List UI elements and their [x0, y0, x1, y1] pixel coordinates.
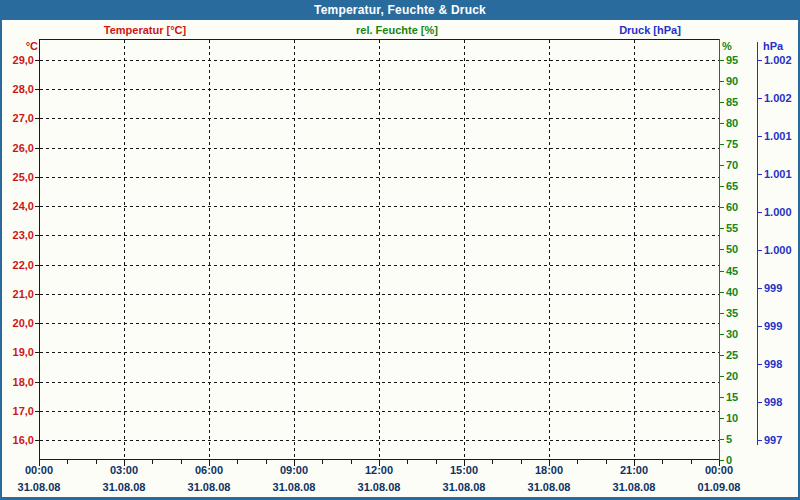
v-gridline	[634, 40, 635, 459]
pressure-axis-unit: hPa	[763, 40, 783, 52]
pressure-axis-tick-label: 1.002	[764, 54, 792, 66]
humidity-axis-tick-label: 95	[726, 54, 738, 66]
legend-humidity: rel. Feuchte [%]	[356, 24, 438, 36]
temp-axis-tick	[35, 440, 39, 441]
temp-axis-tick	[35, 382, 39, 383]
time-tick-label: 18:00	[519, 464, 579, 476]
date-label: 31.08.08	[602, 481, 666, 493]
humidity-axis-tick-label: 55	[726, 222, 738, 234]
pressure-axis-tick-label: 997	[764, 434, 782, 446]
pressure-axis-tick	[758, 60, 762, 61]
time-tick-label: 12:00	[349, 464, 409, 476]
window-title-bar: Temperatur, Feuchte & Druck	[0, 0, 800, 20]
temp-axis-tick-label: 26,0	[4, 142, 34, 154]
temp-axis-tick	[35, 352, 39, 353]
temp-axis-tick-label: 29,0	[4, 54, 34, 66]
temp-axis-tick-label: 17,0	[4, 405, 34, 417]
pressure-axis-tick-label: 1.000	[764, 206, 792, 218]
pressure-axis-tick-label: 999	[764, 320, 782, 332]
temp-axis-tick-label: 20,0	[4, 317, 34, 329]
humidity-axis-tick-label: 50	[726, 243, 738, 255]
humidity-axis-tick	[720, 313, 724, 314]
humidity-axis-tick-label: 90	[726, 75, 738, 87]
humidity-axis-tick	[720, 397, 724, 398]
pressure-axis-tick	[758, 364, 762, 365]
humidity-axis-tick	[720, 60, 724, 61]
time-tick-label: 15:00	[434, 464, 494, 476]
pressure-axis-tick-label: 1.001	[764, 168, 792, 180]
date-label: 31.08.08	[262, 481, 326, 493]
temp-axis-tick-label: 22,0	[4, 259, 34, 271]
date-label: 01.09.08	[687, 481, 751, 493]
pressure-axis-tick-label: 1.001	[764, 130, 792, 142]
humidity-axis-tick-label: 40	[726, 286, 738, 298]
humidity-axis-tick-label: 0	[726, 454, 732, 466]
humidity-axis-tick-label: 15	[726, 391, 738, 403]
legend-temperature: Temperatur [°C]	[104, 24, 186, 36]
time-tick-label: 00:00	[9, 464, 69, 476]
temp-axis-tick-label: 24,0	[4, 200, 34, 212]
humidity-axis-tick-label: 70	[726, 159, 738, 171]
temp-axis-tick-label: 18,0	[4, 376, 34, 388]
temp-axis-tick	[35, 148, 39, 149]
pressure-axis-tick	[758, 440, 762, 441]
date-label: 31.08.08	[92, 481, 156, 493]
humidity-axis-tick	[720, 102, 724, 103]
pressure-axis-tick-label: 998	[764, 396, 782, 408]
temp-axis-tick-label: 16,0	[4, 434, 34, 446]
time-tick-label: 21:00	[604, 464, 664, 476]
humidity-axis-tick	[720, 271, 724, 272]
time-tick-label: 00:00	[689, 464, 749, 476]
pressure-axis-line	[757, 42, 758, 445]
humidity-axis-tick	[720, 207, 724, 208]
humidity-axis-tick	[720, 144, 724, 145]
humidity-axis-tick-label: 80	[726, 117, 738, 129]
v-gridline	[294, 40, 295, 459]
pressure-axis-tick-label: 1.000	[764, 244, 792, 256]
window-border-left	[0, 20, 2, 500]
humidity-axis-tick-label: 30	[726, 328, 738, 340]
temp-axis-tick	[35, 177, 39, 178]
temp-axis-tick	[35, 323, 39, 324]
humidity-axis-tick	[720, 376, 724, 377]
weather-chart-window: Temperatur, Feuchte & Druck Temperatur […	[0, 0, 800, 500]
humidity-axis-tick-label: 65	[726, 180, 738, 192]
temp-axis-tick	[35, 411, 39, 412]
date-label: 31.08.08	[7, 481, 71, 493]
time-tick-label: 03:00	[94, 464, 154, 476]
window-title: Temperatur, Feuchte & Druck	[314, 3, 486, 17]
humidity-axis-tick	[720, 439, 724, 440]
temp-axis-tick	[35, 89, 39, 90]
temp-axis-unit: °C	[6, 40, 38, 52]
pressure-axis-tick-label: 1.002	[764, 92, 792, 104]
pressure-axis-tick	[758, 212, 762, 213]
date-label: 31.08.08	[177, 481, 241, 493]
humidity-axis-tick	[720, 186, 724, 187]
humidity-axis-tick-label: 20	[726, 370, 738, 382]
humidity-axis-tick	[720, 249, 724, 250]
temp-axis-tick-label: 23,0	[4, 229, 34, 241]
temp-axis-tick-label: 19,0	[4, 346, 34, 358]
temp-axis-tick-label: 28,0	[4, 83, 34, 95]
v-gridline	[124, 40, 125, 459]
temp-axis-tick-label: 25,0	[4, 171, 34, 183]
v-gridline	[379, 40, 380, 459]
humidity-axis-tick	[720, 123, 724, 124]
temp-axis-tick-label: 27,0	[4, 112, 34, 124]
humidity-axis-tick-label: 45	[726, 265, 738, 277]
time-tick-label: 06:00	[179, 464, 239, 476]
humidity-axis-tick	[720, 418, 724, 419]
v-gridline	[549, 40, 550, 459]
humidity-axis-tick-label: 10	[726, 412, 738, 424]
pressure-axis-tick	[758, 402, 762, 403]
legend-pressure: Druck [hPa]	[619, 24, 681, 36]
humidity-axis-tick	[720, 334, 724, 335]
humidity-axis-tick-label: 35	[726, 307, 738, 319]
date-label: 31.08.08	[517, 481, 581, 493]
temp-axis-tick	[35, 235, 39, 236]
time-tick-label: 09:00	[264, 464, 324, 476]
v-gridline	[209, 40, 210, 459]
date-label: 31.08.08	[347, 481, 411, 493]
temp-axis-tick-label: 21,0	[4, 288, 34, 300]
pressure-axis-tick	[758, 250, 762, 251]
